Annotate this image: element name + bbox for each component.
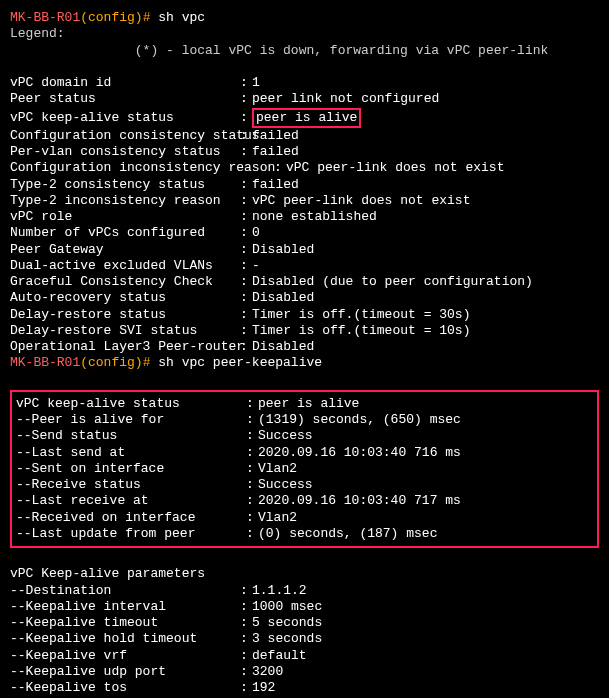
row-value: 2020.09.16 10:03:40 716 ms <box>258 445 461 460</box>
legend-note: (*) - local vPC is down, forwarding via … <box>10 43 599 59</box>
row-label: vPC keep-alive status <box>16 396 246 412</box>
output-row: --Receive status: Success <box>12 477 597 493</box>
output-row: Type-2 consistency status: failed <box>10 177 599 193</box>
row-label: Graceful Consistency Check <box>10 274 240 290</box>
row-separator: : <box>274 160 286 176</box>
prompt-line-1: MK-BB-R01(config)# sh vpc <box>10 10 599 26</box>
command-2: sh vpc peer-keepalive <box>158 355 322 370</box>
row-value: failed <box>252 144 299 159</box>
prompt-cfg: (config)# <box>80 10 150 25</box>
row-separator: : <box>240 664 252 680</box>
row-separator: : <box>240 128 252 144</box>
row-value: none established <box>252 209 377 224</box>
row-label: --Peer is alive for <box>16 412 246 428</box>
command-1: sh vpc <box>158 10 205 25</box>
row-separator: : <box>246 526 258 542</box>
prompt-cfg: (config)# <box>80 355 150 370</box>
row-value: 1 <box>252 75 260 90</box>
row-label: Configuration inconsistency reason <box>10 160 274 176</box>
row-value: vPC peer-link does not exist <box>252 193 470 208</box>
row-label: Delay-restore status <box>10 307 240 323</box>
row-label: --Keepalive udp port <box>10 664 240 680</box>
output-row: --Keepalive timeout: 5 seconds <box>10 615 599 631</box>
row-label: Configuration consistency status <box>10 128 240 144</box>
row-label: --Send status <box>16 428 246 444</box>
row-value: Success <box>258 477 313 492</box>
row-label: Operational Layer3 Peer-router <box>10 339 240 355</box>
row-value: (0) seconds, (187) msec <box>258 526 437 541</box>
row-separator: : <box>246 396 258 412</box>
row-separator: : <box>240 242 252 258</box>
keepalive-params-header: vPC Keep-alive parameters <box>10 566 599 582</box>
row-separator: : <box>246 461 258 477</box>
row-value: Timer is off.(timeout = 30s) <box>252 307 470 322</box>
output-row: --Send status: Success <box>12 428 597 444</box>
row-separator: : <box>246 412 258 428</box>
output-row: Number of vPCs configured: 0 <box>10 225 599 241</box>
output-row: --Keepalive tos: 192 <box>10 680 599 696</box>
row-label: Peer status <box>10 91 240 107</box>
row-label: Type-2 inconsistency reason <box>10 193 240 209</box>
row-label: --Received on interface <box>16 510 246 526</box>
row-separator: : <box>240 177 252 193</box>
output-row: Configuration inconsistency reason:vPC p… <box>10 160 599 176</box>
row-value: Success <box>258 428 313 443</box>
output-row: vPC keep-alive status: peer is alive <box>12 396 597 412</box>
row-label: --Last receive at <box>16 493 246 509</box>
row-value: vPC peer-link does not exist <box>286 160 504 175</box>
row-label: --Keepalive interval <box>10 599 240 615</box>
row-value: Disabled <box>252 339 314 354</box>
output-row: --Last update from peer: (0) seconds, (1… <box>12 526 597 542</box>
row-separator: : <box>240 258 252 274</box>
output-row: Configuration consistency status: failed <box>10 128 599 144</box>
row-separator: : <box>240 193 252 209</box>
row-value: 3 seconds <box>252 631 322 646</box>
output-row: --Last receive at: 2020.09.16 10:03:40 7… <box>12 493 597 509</box>
output-row: Peer status: peer link not configured <box>10 91 599 107</box>
row-label: --Destination <box>10 583 240 599</box>
row-label: Per-vlan consistency status <box>10 144 240 160</box>
output-row: vPC domain id: 1 <box>10 75 599 91</box>
row-separator: : <box>240 290 252 306</box>
row-separator: : <box>246 477 258 493</box>
output-row: Dual-active excluded VLANs: - <box>10 258 599 274</box>
row-value: Vlan2 <box>258 510 297 525</box>
row-label: --Keepalive timeout <box>10 615 240 631</box>
prompt-host: MK-BB-R01 <box>10 355 80 370</box>
row-label: --Receive status <box>16 477 246 493</box>
output-row: --Last send at: 2020.09.16 10:03:40 716 … <box>12 445 597 461</box>
row-label: --Keepalive tos <box>10 680 240 696</box>
row-label: Type-2 consistency status <box>10 177 240 193</box>
output-row: Graceful Consistency Check: Disabled (du… <box>10 274 599 290</box>
row-value: 1000 msec <box>252 599 322 614</box>
output-row: Auto-recovery status: Disabled <box>10 290 599 306</box>
vpc-status-block: vPC domain id: 1Peer status: peer link n… <box>10 75 599 355</box>
prompt-line-2: MK-BB-R01(config)# sh vpc peer-keepalive <box>10 355 599 371</box>
output-row: --Keepalive hold timeout: 3 seconds <box>10 631 599 647</box>
highlighted-value: peer is alive <box>252 108 361 128</box>
row-separator: : <box>240 75 252 91</box>
row-value: 5 seconds <box>252 615 322 630</box>
output-row: Per-vlan consistency status: failed <box>10 144 599 160</box>
row-separator: : <box>240 225 252 241</box>
row-value: Disabled <box>252 242 314 257</box>
output-row: Type-2 inconsistency reason: vPC peer-li… <box>10 193 599 209</box>
blank-line <box>10 372 599 388</box>
row-label: Number of vPCs configured <box>10 225 240 241</box>
blank-line <box>10 550 599 566</box>
output-row: --Received on interface: Vlan2 <box>12 510 597 526</box>
row-value: peer link not configured <box>252 91 439 106</box>
row-separator: : <box>240 144 252 160</box>
output-row: vPC keep-alive status: peer is alive <box>10 108 599 128</box>
row-label: --Keepalive hold timeout <box>10 631 240 647</box>
row-label: vPC domain id <box>10 75 240 91</box>
row-label: Delay-restore SVI status <box>10 323 240 339</box>
row-label: Auto-recovery status <box>10 290 240 306</box>
row-label: --Last send at <box>16 445 246 461</box>
row-separator: : <box>240 91 252 107</box>
row-separator: : <box>240 323 252 339</box>
output-row: Delay-restore status: Timer is off.(time… <box>10 307 599 323</box>
row-separator: : <box>240 209 252 225</box>
row-value: default <box>252 648 307 663</box>
row-value: 1.1.1.2 <box>252 583 307 598</box>
